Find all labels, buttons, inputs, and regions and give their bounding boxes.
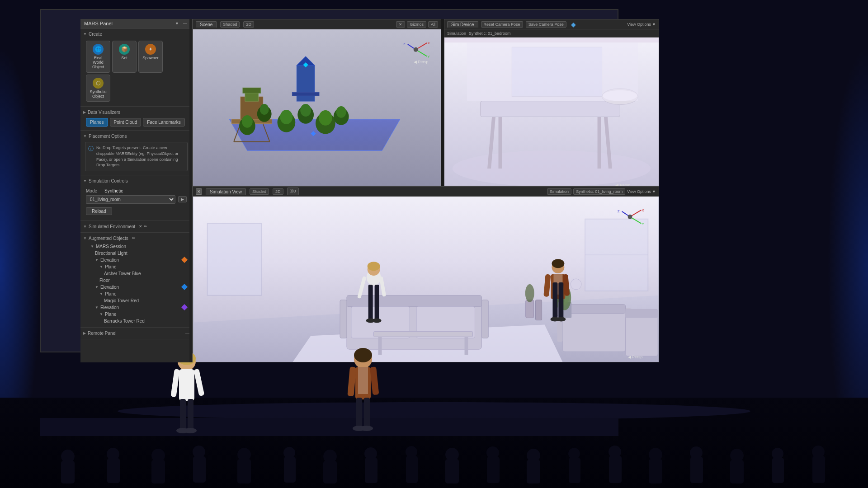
placement-options-header[interactable]: Placement Options xyxy=(83,132,189,140)
synthetic-object-btn[interactable]: ⬡ Synthetic Object xyxy=(86,75,110,102)
sim-view-shading[interactable]: Shaded xyxy=(250,188,269,195)
svg-rect-122 xyxy=(406,456,418,483)
sim-view-fps: ⓪0 xyxy=(287,188,299,195)
scene-close-btn[interactable]: ✕ xyxy=(396,21,405,28)
tree-archer-tower-blue[interactable]: Archer Tower Blue xyxy=(83,270,189,277)
aug-edit-icon[interactable]: ✏ xyxy=(132,236,136,240)
simulated-env-header[interactable]: Simulated Environment ✕ ✏ xyxy=(83,223,189,230)
panel-collapse-btn[interactable]: ▼ xyxy=(174,21,180,26)
create-section-header[interactable]: Create xyxy=(83,30,189,38)
svg-rect-147 xyxy=(170,369,180,397)
magic-tower-red-label: Magic Tower Red xyxy=(104,298,139,303)
svg-rect-4 xyxy=(245,92,259,101)
play-btn[interactable]: ▶ xyxy=(178,196,187,202)
placement-info-box: ⓘ No Drop Targets present. Create a new … xyxy=(85,142,188,171)
panel-pin-btn[interactable]: — xyxy=(182,21,189,26)
tree-magic-tower-red[interactable]: Magic Tower Red xyxy=(83,297,189,304)
panel-header: MARS Panel ▼ — xyxy=(80,19,192,28)
sim-device-tab[interactable]: Sim Device xyxy=(447,21,478,28)
svg-rect-57 xyxy=(481,300,488,338)
svg-rect-149 xyxy=(180,399,186,431)
svg-rect-83 xyxy=(375,285,379,321)
sim-controls-header[interactable]: Simulation Controls — xyxy=(83,177,189,185)
create-section: Create 🌐 Real World Object 📦 Set ✦ Spawn… xyxy=(80,28,192,107)
real-world-object-btn[interactable]: 🌐 Real World Object xyxy=(86,41,110,73)
sim-view-tab[interactable]: Simulation View xyxy=(206,188,246,195)
tree-elevation-3[interactable]: ▼ Elevation xyxy=(83,304,189,311)
svg-rect-93 xyxy=(558,282,563,319)
point-cloud-btn[interactable]: Point Cloud xyxy=(110,118,142,127)
tree-plane-3[interactable]: ▼ Plane xyxy=(83,311,189,318)
tree-elevation-1[interactable]: ▼ Elevation xyxy=(83,257,189,263)
remote-panel-collapse[interactable]: — xyxy=(185,331,189,335)
sim-device-header: Sim Device Reset Camera Pose Save Camera… xyxy=(444,19,659,29)
side-vase xyxy=(525,284,534,318)
sim-device-mode: Simulation xyxy=(447,31,466,36)
sim-view-close-btn[interactable]: ✕ xyxy=(196,188,202,195)
svg-rect-143 xyxy=(40,418,618,436)
plane1-arrow: ▼ xyxy=(99,265,103,269)
sim-controls-collapse[interactable]: — xyxy=(130,178,134,183)
environment-row: 01_living_room ▶ xyxy=(86,195,187,204)
scene-tab[interactable]: Scene xyxy=(196,21,217,28)
scene-2d-btn[interactable]: 2D xyxy=(243,21,254,28)
face-landmarks-btn[interactable]: Face Landmarks xyxy=(143,118,184,127)
sim-device-view-options-label: View Options xyxy=(627,22,651,27)
svg-rect-146 xyxy=(179,369,194,401)
planes-btn[interactable]: Planes xyxy=(86,118,108,127)
plane1-label: Plane xyxy=(105,264,117,269)
svg-rect-36 xyxy=(498,115,502,169)
svg-point-111 xyxy=(193,446,205,458)
sim-view-env-btn[interactable]: Synthetic: 01_living_room xyxy=(573,188,625,195)
save-camera-pose-btn[interactable]: Save Camera Pose xyxy=(526,21,566,28)
tree-plane-2[interactable]: ▼ Plane xyxy=(83,291,189,297)
scene-shading-btn[interactable]: Shaded xyxy=(220,21,240,28)
remote-panel-header[interactable]: Remote Panel — xyxy=(83,329,189,337)
svg-text:Z: Z xyxy=(618,209,620,213)
sim-view-options[interactable]: View Options ▼ xyxy=(627,189,656,194)
svg-rect-75 xyxy=(626,316,658,357)
scene-all-btn[interactable]: All xyxy=(428,21,438,28)
sim-controls-label: Simulation Controls xyxy=(89,178,128,183)
create-label: Create xyxy=(89,32,102,37)
svg-rect-112 xyxy=(193,456,206,483)
svg-rect-62 xyxy=(562,305,625,314)
svg-rect-49 xyxy=(208,224,261,296)
svg-rect-140 xyxy=(772,458,784,483)
svg-rect-53 xyxy=(347,296,481,307)
side-vase2 xyxy=(536,300,542,320)
spawner-btn[interactable]: ✦ Spawner xyxy=(138,41,163,73)
svg-rect-92 xyxy=(552,282,557,319)
env-edit-icon[interactable]: ✕ ✏ xyxy=(139,224,147,229)
placement-options-label: Placement Options xyxy=(89,134,127,139)
scene-viewport-header: Scene Shaded 2D ✕ Gizmos All xyxy=(193,19,441,29)
svg-rect-157 xyxy=(347,366,356,396)
spawner-label: Spawner xyxy=(142,56,159,61)
panel-scrollbar[interactable] xyxy=(189,19,192,362)
mode-row: Mode Synthetic xyxy=(86,188,187,193)
tree-floor-1[interactable]: Floor xyxy=(83,277,189,284)
sim-device-view-options[interactable]: View Options ▼ xyxy=(627,22,656,27)
environment-dropdown[interactable]: 01_living_room xyxy=(86,195,175,204)
tree-plane-1[interactable]: ▼ Plane xyxy=(83,263,189,270)
svg-point-152 xyxy=(184,428,197,433)
scene-gizmos-btn[interactable]: Gizmos xyxy=(407,21,426,28)
tree-mars-session[interactable]: ▼ MARS Session xyxy=(83,243,189,250)
tree-directional-light[interactable]: Directional Light xyxy=(83,250,189,257)
synthetic-label: Synthetic Object xyxy=(90,90,106,99)
sim-view-mode-btn[interactable]: Simulation xyxy=(547,188,571,195)
svg-point-162 xyxy=(360,426,373,431)
mode-label: Mode xyxy=(86,188,102,193)
tree-elevation-2[interactable]: ▼ Elevation xyxy=(83,284,189,291)
augmented-objects-header[interactable]: Augmented Objects ✏ xyxy=(83,235,189,242)
panel-title: MARS Panel xyxy=(84,21,113,26)
svg-rect-0 xyxy=(193,29,441,186)
set-btn[interactable]: 📦 Set xyxy=(112,41,137,73)
sim-view-2d[interactable]: 2D xyxy=(273,188,283,195)
tree-barracks-tower-red[interactable]: Barracks Tower Red xyxy=(83,318,189,324)
svg-rect-136 xyxy=(690,457,703,483)
reset-camera-pose-btn[interactable]: Reset Camera Pose xyxy=(481,21,523,28)
data-visualizers-label: Data Visualizers xyxy=(88,110,120,115)
mars-panel: MARS Panel ▼ — Create 🌐 Real World Objec… xyxy=(80,19,193,362)
reload-btn[interactable]: Reload xyxy=(86,207,112,215)
